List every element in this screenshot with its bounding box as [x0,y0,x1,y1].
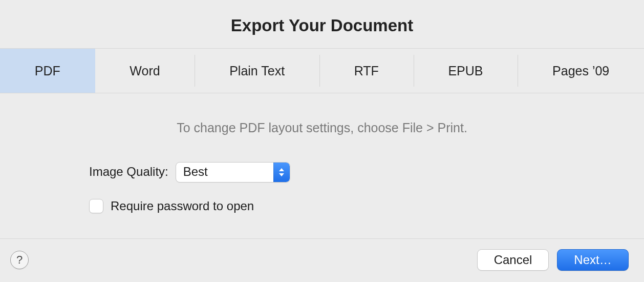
require-password-checkbox[interactable] [89,199,103,213]
help-icon: ? [16,253,23,267]
tab-rtf[interactable]: RTF [319,49,414,93]
image-quality-value: Best [176,163,273,182]
image-quality-select[interactable]: Best [176,162,290,183]
dialog-title: Export Your Document [0,0,644,48]
button-label: Next… [574,253,611,268]
tab-pages-09[interactable]: Pages ’09 [518,49,644,93]
tab-plain-text[interactable]: Plain Text [195,49,319,93]
image-quality-label: Image Quality: [89,165,168,179]
format-tabs: PDF Word Plain Text RTF EPUB Pages ’09 [0,48,644,93]
dialog-content: To change PDF layout settings, choose Fi… [0,93,644,238]
stepper-arrows-icon [273,163,290,182]
tab-label: PDF [35,64,60,78]
tab-label: Plain Text [229,64,285,78]
tab-label: Word [130,64,160,78]
next-button[interactable]: Next… [557,249,629,271]
tab-pdf[interactable]: PDF [0,49,95,93]
tab-label: Pages ’09 [552,64,609,78]
hint-text: To change PDF layout settings, choose Fi… [0,120,644,135]
require-password-label: Require password to open [111,199,254,214]
cancel-button[interactable]: Cancel [477,249,549,271]
svg-marker-0 [279,168,284,171]
export-dialog: Export Your Document PDF Word Plain Text… [0,0,644,282]
tab-word[interactable]: Word [95,49,195,93]
svg-marker-1 [279,173,284,176]
tab-label: RTF [354,64,379,78]
tab-epub[interactable]: EPUB [414,49,518,93]
tab-label: EPUB [448,64,483,78]
button-label: Cancel [494,253,532,268]
image-quality-row: Image Quality: Best [0,162,644,183]
help-button[interactable]: ? [10,251,29,269]
dialog-footer: ? Cancel Next… [0,238,644,282]
require-password-row: Require password to open [0,199,644,214]
